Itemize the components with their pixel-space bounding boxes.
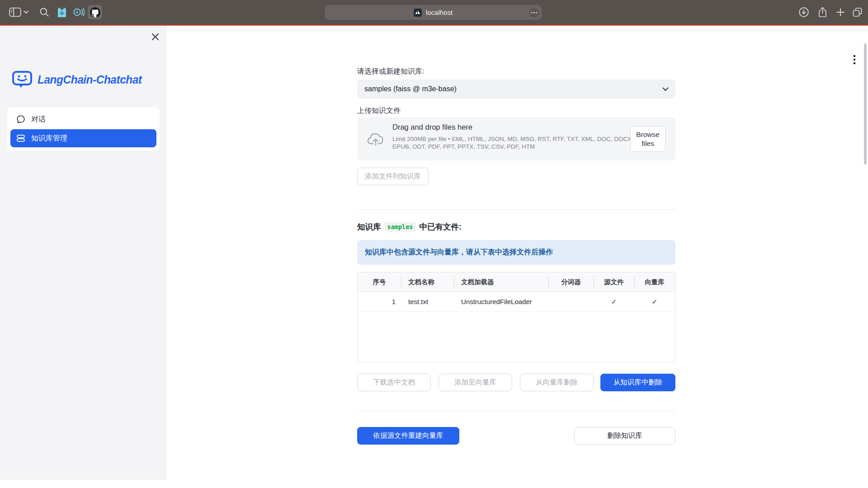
- browser-toolbar: localhost: [0, 0, 868, 24]
- table-row[interactable]: 1 test.txt UnstructuredFileLoader ✓ ✓: [358, 292, 675, 312]
- chatchat-logo-icon: [12, 70, 33, 89]
- page-options-icon[interactable]: [529, 8, 539, 17]
- kb-select[interactable]: samples (faiss @ m3e-base): [357, 80, 675, 99]
- chat-bubble-icon: [16, 115, 25, 124]
- github-extension-icon[interactable]: [88, 5, 102, 19]
- sidebar-toggle-icon[interactable]: [9, 8, 21, 17]
- sidebar: LangChain-Chatchat 对话 知识库管理: [0, 26, 167, 488]
- cell-loader: UnstructuredFileLoader: [454, 292, 548, 311]
- add-files-button[interactable]: 添加文件到知识库: [357, 168, 429, 185]
- divider: [357, 209, 675, 210]
- download-selected-button[interactable]: 下载选中文档: [357, 374, 431, 391]
- col-header-index[interactable]: 序号: [358, 272, 401, 291]
- scrollbar-thumb[interactable]: [864, 43, 867, 164]
- downloads-icon[interactable]: [798, 7, 809, 18]
- sidebar-nav: 对话 知识库管理: [7, 107, 160, 150]
- url-text: localhost: [426, 9, 453, 16]
- sidebar-item-chat[interactable]: 对话: [10, 110, 156, 128]
- file-dropzone[interactable]: Drag and drop files here Limit 200MB per…: [357, 117, 675, 160]
- dropzone-title: Drag and drop files here: [392, 123, 472, 131]
- cell-name: test.txt: [401, 292, 454, 311]
- sidebar-item-label: 知识库管理: [31, 134, 67, 143]
- search-icon[interactable]: [39, 7, 49, 17]
- app-logo: LangChain-Chatchat: [12, 70, 148, 89]
- chevron-down-icon: [662, 87, 669, 91]
- browse-files-button[interactable]: Browse files: [630, 126, 665, 152]
- files-heading-prefix: 知识库: [357, 221, 381, 232]
- files-table: 序号 文档名称 文档加载器 分词器 源文件 向量库 1 test.txt Uns…: [357, 272, 675, 362]
- col-header-loader[interactable]: 文档加载器: [454, 272, 548, 291]
- table-header-row: 序号 文档名称 文档加载器 分词器 源文件 向量库: [358, 272, 675, 292]
- cell-index: 1: [358, 292, 401, 311]
- divider: [357, 411, 675, 411]
- col-header-source[interactable]: 源文件: [594, 272, 634, 291]
- sidebar-chevron-icon[interactable]: [24, 11, 28, 14]
- col-header-vector[interactable]: 向量库: [634, 272, 675, 291]
- site-favicon: [414, 9, 422, 17]
- cell-vector-check: ✓: [634, 292, 675, 311]
- circles-extension-icon[interactable]: [72, 6, 85, 18]
- dropzone-hint: Limit 200MB per file • EML, HTML, JSON, …: [392, 135, 640, 150]
- cat-extension-icon[interactable]: [56, 6, 68, 18]
- delete-kb-button[interactable]: 删除知识库: [574, 427, 675, 445]
- add-to-vector-button[interactable]: 添加至向量库: [439, 374, 512, 391]
- delete-from-vector-button[interactable]: 从向量库删除: [520, 374, 594, 391]
- sidebar-item-knowledge-base[interactable]: 知识库管理: [10, 129, 156, 147]
- tab-overview-icon[interactable]: [852, 7, 863, 18]
- files-heading-suffix: 中已有文件:: [419, 221, 461, 232]
- address-bar[interactable]: localhost: [325, 5, 542, 20]
- share-icon[interactable]: [817, 7, 828, 18]
- rebuild-vector-button[interactable]: 依据源文件重建向量库: [357, 427, 459, 445]
- col-header-splitter[interactable]: 分词器: [548, 272, 594, 291]
- sidebar-bottom-strip: [0, 480, 167, 488]
- cell-splitter: [548, 292, 594, 311]
- kb-name-code: samples: [384, 222, 416, 232]
- kb-select-value: samples (faiss @ m3e-base): [364, 85, 457, 93]
- app-logo-text: LangChain-Chatchat: [38, 73, 142, 87]
- col-header-name[interactable]: 文档名称: [401, 272, 454, 291]
- kb-select-label: 请选择或新建知识库:: [357, 67, 424, 76]
- upload-label: 上传知识文件: [357, 106, 401, 116]
- files-heading: 知识库 samples 中已有文件:: [357, 221, 462, 232]
- info-message: 知识库中包含源文件与向量库，请从下表中选择文件后操作: [357, 240, 675, 265]
- app-menu-icon[interactable]: [854, 55, 855, 64]
- sidebar-close-icon[interactable]: [150, 32, 160, 42]
- sidebar-item-label: 对话: [31, 115, 46, 124]
- new-tab-icon[interactable]: [836, 8, 845, 17]
- stacked-bars-icon: [16, 134, 25, 143]
- cell-source-check: ✓: [594, 292, 634, 311]
- delete-from-kb-button[interactable]: 从知识库中删除: [600, 374, 675, 391]
- cloud-upload-icon: [366, 129, 386, 147]
